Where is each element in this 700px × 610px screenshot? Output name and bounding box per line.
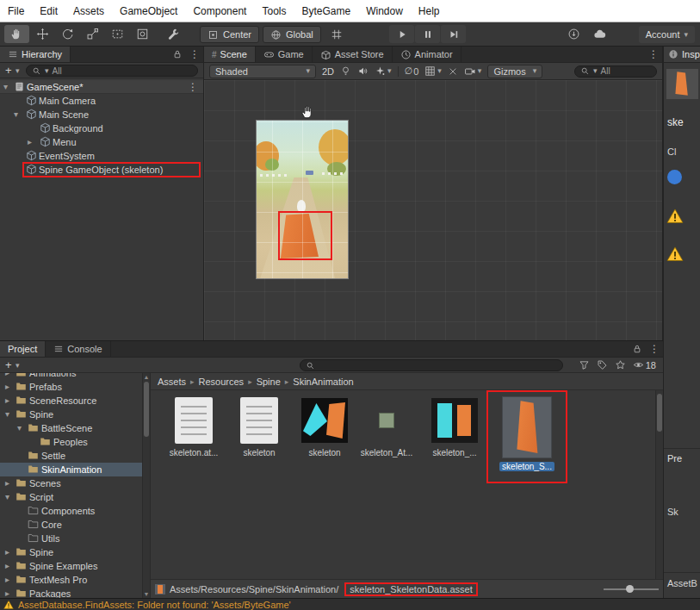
asset-item-json-text[interactable]: skeleton	[229, 395, 289, 458]
breadcrumb-item[interactable]: SkinAnimation	[293, 377, 353, 387]
menu-window[interactable]: Window	[358, 5, 411, 17]
scene-visibility-toggle[interactable]: ∅ 0	[405, 65, 419, 77]
tab-project[interactable]: Project	[0, 341, 46, 357]
hierarchy-scene-header[interactable]: ▾ GameScene* ⋮	[0, 80, 203, 94]
asset-item-atlas-asset[interactable]: skeleton_At...	[356, 395, 417, 458]
foldout-down-icon[interactable]: ▾	[14, 109, 18, 121]
project-menu-button[interactable]: ⋮	[646, 341, 663, 357]
menu-file[interactable]: File	[0, 5, 32, 17]
space-toggle-button[interactable]: Global	[263, 26, 321, 43]
camera-settings-dropdown[interactable]: ▾	[464, 65, 482, 78]
foldout-right-icon[interactable]: ▸	[5, 560, 9, 572]
grid-visibility-dropdown[interactable]: ▾	[424, 65, 442, 77]
breadcrumb-item[interactable]: Resources	[199, 377, 245, 387]
create-dropdown-icon[interactable]: ▾	[15, 362, 20, 370]
audio-toggle-icon[interactable]	[357, 65, 369, 77]
lock-icon[interactable]	[169, 47, 186, 62]
asset-grid-scrollbar[interactable]	[655, 390, 663, 579]
folder-row-packages[interactable]: ▸ Packages	[0, 587, 142, 598]
folder-row-settle[interactable]: Settle	[0, 449, 142, 463]
hierarchy-item-eventsystem[interactable]: EventSystem	[0, 149, 203, 163]
tree-scrollbar[interactable]: ▲ ▼	[142, 373, 150, 598]
folder-row-utils[interactable]: Utils	[0, 532, 142, 545]
foldout-right-icon[interactable]: ▸	[28, 136, 32, 148]
create-dropdown-icon[interactable]: ▾	[15, 67, 20, 75]
gizmos-dropdown[interactable]: Gizmos ▾	[487, 65, 542, 78]
pivot-toggle-button[interactable]: Center	[200, 26, 259, 43]
play-button[interactable]	[389, 25, 414, 43]
hand-tool-button[interactable]	[4, 25, 29, 43]
project-search-input[interactable]	[300, 359, 563, 371]
foldout-right-icon[interactable]: ▸	[5, 381, 9, 393]
search-by-label-icon[interactable]	[597, 359, 608, 370]
grid-snap-button[interactable]	[324, 25, 349, 43]
hierarchy-item-spine-gameobject[interactable]: Spine GameObject (skeleton)	[0, 163, 203, 177]
foldout-right-icon[interactable]: ▸	[5, 395, 9, 407]
foldout-down-icon[interactable]: ▾	[17, 422, 22, 434]
folder-row-spine-examples[interactable]: ▸ Spine Examples	[0, 559, 142, 573]
menu-tools[interactable]: Tools	[254, 5, 294, 17]
account-button[interactable]: Account ▾	[639, 26, 695, 43]
menu-gameobject[interactable]: GameObject	[112, 5, 185, 17]
folder-row-scenes[interactable]: ▸ Scenes	[0, 476, 142, 490]
breadcrumb-item[interactable]: Spine	[257, 377, 281, 387]
cloud-services-button[interactable]	[587, 25, 612, 43]
hierarchy-item-main-scene[interactable]: ▾ Main Scene	[0, 108, 203, 121]
lighting-toggle-icon[interactable]	[340, 65, 351, 77]
move-tool-button[interactable]	[30, 25, 55, 43]
asset-item-skeletondata[interactable]: skeleton_S...	[491, 395, 563, 471]
folder-row-spine[interactable]: ▾ Spine	[0, 408, 142, 421]
transform-tool-button[interactable]	[130, 25, 155, 43]
hierarchy-item-menu[interactable]: ▸ Menu	[0, 135, 203, 149]
tab-game[interactable]: Game	[256, 47, 313, 62]
menu-help[interactable]: Help	[411, 5, 448, 17]
scene-menu-button[interactable]: ⋮	[188, 81, 198, 93]
asset-item-atlas-text[interactable]: skeleton.at...	[164, 395, 224, 458]
hierarchy-menu-button[interactable]: ⋮	[186, 47, 203, 62]
slider-thumb[interactable]	[626, 585, 634, 593]
step-button[interactable]	[441, 25, 466, 43]
rotate-tool-button[interactable]	[55, 25, 80, 43]
status-bar[interactable]: AssetDatabase.FindAssets: Folder not fou…	[0, 598, 700, 610]
scene-menu-button[interactable]: ⋮	[645, 47, 662, 62]
menu-edit[interactable]: Edit	[32, 5, 65, 17]
folder-row-peoples[interactable]: Peoples	[0, 435, 142, 449]
foldout-right-icon[interactable]: ▸	[5, 588, 9, 598]
folder-row-spine-2[interactable]: ▸ Spine	[0, 545, 142, 559]
menu-bytegame[interactable]: ByteGame	[294, 5, 358, 17]
folder-row-skinanimation[interactable]: SkinAnimation	[0, 463, 142, 476]
tab-animator[interactable]: Animator	[393, 47, 462, 62]
collab-button[interactable]	[561, 25, 586, 43]
folder-row-prefabs[interactable]: ▸ Prefabs	[0, 380, 142, 394]
hierarchy-item-background[interactable]: Background	[0, 121, 203, 135]
search-by-type-icon[interactable]	[579, 359, 590, 370]
foldout-right-icon[interactable]: ▸	[5, 373, 9, 379]
preview-header-label[interactable]: Pre	[667, 453, 682, 464]
lock-icon[interactable]	[629, 341, 646, 357]
create-button[interactable]: +	[5, 358, 12, 371]
scale-tool-button[interactable]	[80, 25, 105, 43]
effects-dropdown[interactable]: ▾	[375, 65, 392, 77]
pause-button[interactable]	[415, 25, 440, 43]
rect-tool-button[interactable]	[105, 25, 130, 43]
foldout-down-icon[interactable]: ▾	[5, 408, 9, 420]
foldout-down-icon[interactable]: ▾	[5, 491, 9, 503]
folder-row-animations[interactable]: ▸ Animations	[0, 373, 142, 380]
tab-asset-store[interactable]: Asset Store	[313, 47, 393, 62]
hierarchy-item-main-camera[interactable]: Main Camera	[0, 94, 203, 108]
asset-item-material[interactable]: skeleton_...	[424, 395, 485, 458]
scene-viewport[interactable]	[204, 80, 662, 340]
foldout-right-icon[interactable]: ▸	[5, 574, 9, 586]
tab-hierarchy[interactable]: Hierarchy	[0, 47, 71, 62]
breadcrumb-item[interactable]: Assets	[158, 377, 186, 387]
folder-row-components[interactable]: Components	[0, 504, 142, 518]
folder-row-battlescene[interactable]: ▾ BattleScene	[0, 421, 142, 435]
thumbnail-size-slider[interactable]	[604, 585, 659, 594]
foldout-down-icon[interactable]: ▾	[3, 81, 8, 93]
folder-row-script[interactable]: ▾ Script	[0, 490, 142, 504]
menu-assets[interactable]: Assets	[65, 5, 112, 17]
custom-tool-button[interactable]	[161, 25, 186, 43]
save-search-icon[interactable]	[615, 359, 626, 370]
toggle-2d-button[interactable]: 2D	[322, 66, 334, 77]
tab-inspector[interactable]: Insp	[664, 47, 700, 62]
